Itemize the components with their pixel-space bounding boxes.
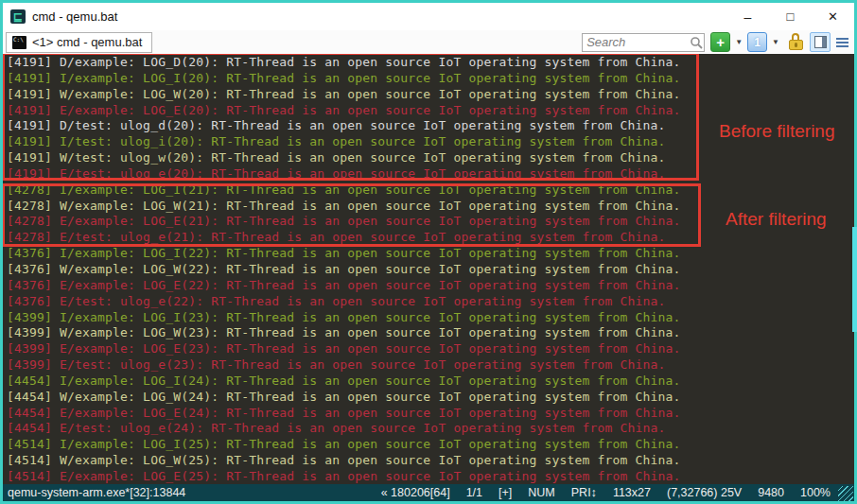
before-filtering-box (3, 54, 699, 181)
cmd-icon-text: C:\ (13, 36, 24, 43)
terminal-log-line: [4376] W/example: LOG_W(22): RT-Thread i… (7, 262, 854, 278)
terminal-log-line: [4376] E/test: ulog_e(22): RT-Thread is … (7, 294, 854, 310)
menu-icon[interactable] (834, 38, 850, 47)
terminal-log-line: [4399] E/test: ulog_e(23): RT-Thread is … (7, 357, 854, 374)
terminal-log-line: [4376] E/example: LOG_E(22): RT-Thread i… (7, 278, 854, 294)
statusbar-item: (7,32766) 25V (667, 486, 742, 499)
console-dropdown-icon[interactable]: ▼ (767, 38, 784, 46)
terminal-log-line: [4399] I/example: LOG_I(23): RT-Thread i… (7, 310, 854, 326)
statusbar-item: [+] (498, 486, 512, 499)
statusbar-item: 1/1 (466, 486, 482, 499)
after-filtering-box (3, 183, 701, 247)
sidebar-toggle-button[interactable] (810, 32, 831, 52)
maximize-button[interactable]: □ (769, 3, 812, 30)
terminal-log-line: [4514] I/example: LOG_I(25): RT-Thread i… (7, 437, 854, 453)
status-bar: qemu-system-arm.exe*[32]:13844 « 180206[… (3, 484, 854, 501)
conemu-logo-glyph: ⊑ (13, 11, 23, 23)
lock-icon[interactable] (788, 33, 804, 51)
statusbar-items: « 180206[64]1/1[+]NUMPRI↕113x27(7,32766)… (365, 486, 831, 499)
console-number: 1 (754, 36, 761, 49)
conemu-window: ⊑ cmd - qemu.bat – □ ✕ C:\ <1> cmd - qem… (0, 0, 857, 504)
search-input[interactable] (583, 35, 688, 49)
statusbar-process: qemu-system-arm.exe*[32]:13844 (8, 486, 185, 499)
toolbar: + ▼ 1 ▼ (582, 30, 854, 54)
statusbar-item: PRI↕ (571, 486, 597, 499)
cmd-icon: C:\ (12, 36, 26, 49)
terminal-log-line: [4514] E/example: LOG_E(25): RT-Thread i… (7, 469, 854, 484)
terminal-log-line: [4399] E/example: LOG_E(23): RT-Thread i… (7, 341, 854, 357)
statusbar-item: « 180206[64] (381, 486, 450, 499)
sidebar-panel-icon (814, 36, 827, 48)
resize-grip-icon[interactable] (838, 486, 853, 501)
terminal-log-line: [4454] W/example: LOG_W(24): RT-Thread i… (7, 390, 854, 406)
terminal[interactable]: [4191] D/example: LOG_D(20): RT-Thread i… (3, 54, 854, 484)
scrollbar-thumb[interactable] (852, 227, 857, 332)
statusbar-item: NUM (528, 486, 554, 499)
statusbar-item: 9480 (758, 486, 784, 499)
statusbar-item: 100% (800, 486, 831, 499)
titlebar: ⊑ cmd - qemu.bat – □ ✕ (3, 3, 854, 30)
after-filtering-label: After filtering (726, 209, 827, 230)
tab-bar: C:\ <1> cmd - qemu.bat + ▼ 1 ▼ (3, 30, 854, 54)
search-icon[interactable] (688, 34, 704, 50)
tab-label: <1> cmd - qemu.bat (32, 35, 142, 49)
new-console-dropdown-icon[interactable]: ▼ (730, 38, 747, 46)
window-title: cmd - qemu.bat (32, 9, 117, 24)
minimize-button[interactable]: – (726, 3, 769, 30)
terminal-log-line: [4399] W/example: LOG_W(23): RT-Thread i… (7, 325, 854, 341)
terminal-log-line: [4376] I/example: LOG_I(22): RT-Thread i… (7, 246, 854, 262)
tab-cmd-qemu[interactable]: C:\ <1> cmd - qemu.bat (6, 32, 152, 53)
terminal-log-line: [4454] I/example: LOG_I(24): RT-Thread i… (7, 374, 854, 390)
terminal-log-line: [4454] E/test: ulog_e(24): RT-Thread is … (7, 421, 854, 437)
plus-icon: + (716, 35, 725, 49)
statusbar-item: 113x27 (613, 486, 651, 499)
lock-keyhole (795, 43, 797, 47)
close-button[interactable]: ✕ (812, 3, 854, 30)
new-console-button[interactable]: + (710, 32, 730, 52)
window-controls: – □ ✕ (726, 3, 854, 30)
before-filtering-label: Before filtering (719, 121, 835, 142)
console-number-button[interactable]: 1 (747, 32, 767, 52)
terminal-log-line: [4514] W/example: LOG_W(25): RT-Thread i… (7, 453, 854, 469)
conemu-logo-icon: ⊑ (10, 9, 26, 24)
terminal-log-line: [4454] E/example: LOG_E(24): RT-Thread i… (7, 406, 854, 422)
search-box (582, 33, 705, 52)
